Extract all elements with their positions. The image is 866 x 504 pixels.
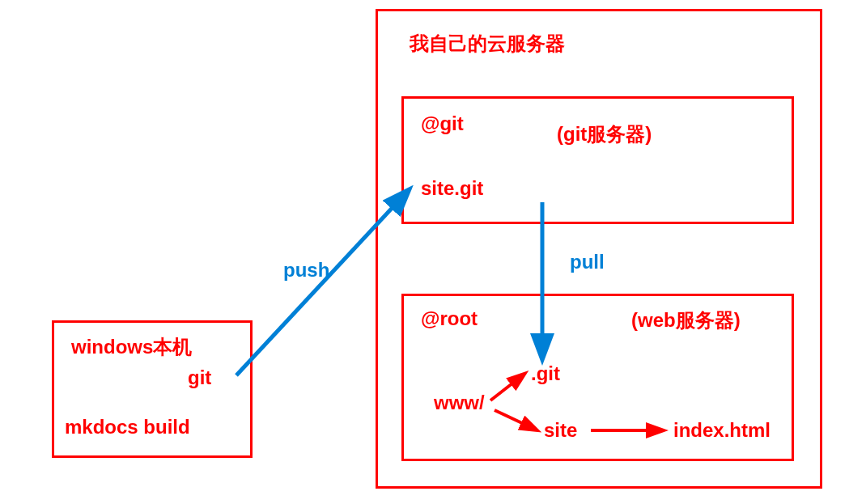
cloud-title: 我自己的云服务器	[410, 31, 565, 57]
pull-label: pull	[570, 251, 605, 273]
web-server-label: (web服务器)	[631, 307, 741, 333]
local-title: windows本机	[71, 334, 192, 360]
git-server-label: (git服务器)	[557, 121, 652, 147]
web-user-label: @root	[421, 307, 478, 330]
local-build-label: mkdocs build	[65, 416, 190, 438]
local-git-label: git	[188, 366, 211, 389]
www-dir-label: www/	[434, 392, 485, 414]
push-label: push	[283, 259, 329, 282]
git-repo-label: site.git	[421, 177, 483, 200]
git-user-label: @git	[421, 112, 464, 135]
git-dir-label: .git	[531, 362, 560, 385]
site-dir-label: site	[544, 419, 577, 442]
index-file-label: index.html	[673, 419, 770, 442]
